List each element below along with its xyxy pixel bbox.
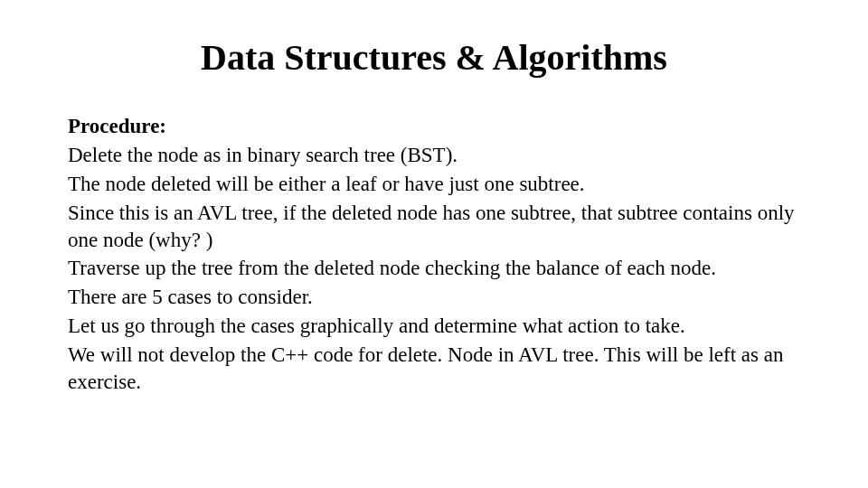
procedure-line: There are 5 cases to consider.	[68, 284, 800, 311]
slide-container: Data Structures & Algorithms Procedure: …	[0, 0, 868, 488]
procedure-line: We will not develop the C++ code for del…	[68, 342, 800, 396]
procedure-line: The node deleted will be either a leaf o…	[68, 171, 800, 198]
procedure-heading: Procedure:	[68, 113, 800, 140]
procedure-line: Traverse up the tree from the deleted no…	[68, 255, 800, 282]
content-block: Procedure: Delete the node as in binary …	[68, 113, 800, 396]
procedure-line: Since this is an AVL tree, if the delete…	[68, 200, 800, 254]
procedure-line: Let us go through the cases graphically …	[68, 313, 800, 340]
procedure-line: Delete the node as in binary search tree…	[68, 142, 800, 169]
page-title: Data Structures & Algorithms	[68, 36, 800, 79]
